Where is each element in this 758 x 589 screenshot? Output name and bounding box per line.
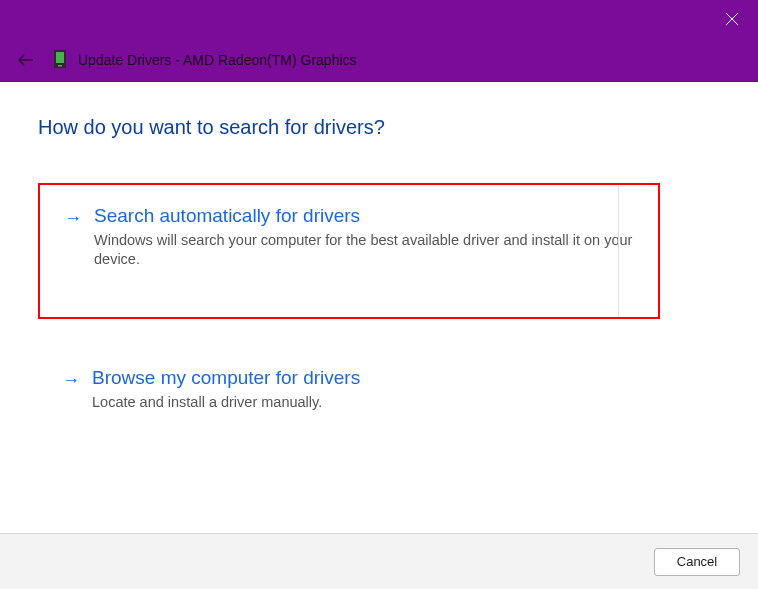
option-description: Locate and install a driver manually. [92, 393, 632, 412]
arrow-right-icon: → [64, 205, 82, 269]
content-area: How do you want to search for drivers? →… [0, 82, 758, 533]
svg-rect-5 [58, 65, 62, 67]
option-browse-computer[interactable]: → Browse my computer for drivers Locate … [38, 347, 660, 440]
option-description: Windows will search your computer for th… [94, 231, 634, 269]
back-button[interactable] [18, 53, 34, 67]
device-icon [54, 50, 68, 70]
header-title-group: Update Drivers - AMD Radeon(TM) Graphics [54, 50, 357, 70]
close-button[interactable] [710, 4, 754, 34]
header-bar: Update Drivers - AMD Radeon(TM) Graphics [0, 38, 758, 82]
svg-rect-4 [56, 52, 64, 63]
header-title: Update Drivers - AMD Radeon(TM) Graphics [78, 52, 357, 68]
titlebar [0, 0, 758, 38]
arrow-right-icon: → [62, 367, 80, 412]
option-search-automatically[interactable]: → Search automatically for drivers Windo… [38, 183, 660, 319]
page-heading: How do you want to search for drivers? [38, 116, 720, 139]
close-icon [726, 13, 738, 25]
option-title: Browse my computer for drivers [92, 367, 636, 389]
back-arrow-icon [18, 53, 34, 67]
footer-bar: Cancel [0, 533, 758, 589]
option-text: Search automatically for drivers Windows… [94, 205, 634, 269]
option-title: Search automatically for drivers [94, 205, 634, 227]
cancel-button[interactable]: Cancel [654, 548, 740, 576]
option-text: Browse my computer for drivers Locate an… [92, 367, 636, 412]
